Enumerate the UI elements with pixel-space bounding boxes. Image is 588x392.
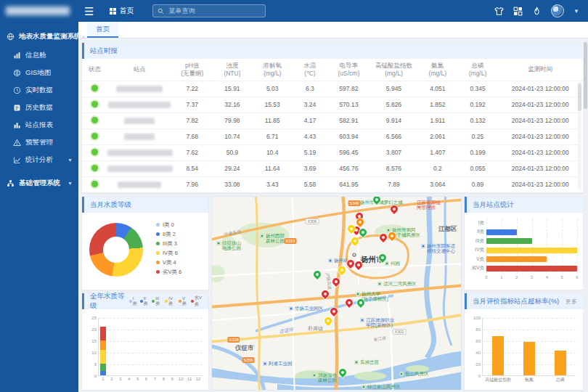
col-header: 溶解氧(mg/L) [253,59,293,81]
flame-icon[interactable] [532,7,542,16]
cell-value: 7.89 [370,176,418,192]
legend-item[interactable]: III类 [152,296,163,307]
map-label: 江苏省邵仙闸管理所 [417,200,441,211]
legend-item[interactable]: 劣V类 [191,295,205,308]
hbar-bar[interactable] [486,256,547,262]
cell-value: 0.132 [457,113,497,128]
page-scrollbar[interactable] [583,22,588,392]
overlimit-bar[interactable] [523,342,535,375]
map-label: 朴席镇 [308,326,323,332]
grade-donut-chart[interactable] [89,223,143,277]
sidebar-item-gis-map[interactable]: GIS地图 [0,64,78,81]
poi-icon [421,244,425,248]
search-input[interactable] [167,7,254,15]
menu-search[interactable] [152,4,266,17]
legend-item[interactable]: V类 [179,296,189,307]
legend-swatch [156,223,160,226]
stack-segment[interactable] [100,364,106,371]
legend-item[interactable]: 劣V类 6 [156,267,181,277]
cell-value: 0.055 [457,160,497,176]
overlimit-bar[interactable] [555,351,566,375]
sidebar-item-station-report[interactable]: 站点报表 [0,116,78,134]
table-row[interactable]: 7.9633.083.435.58641.957.893.0640.892024… [82,176,583,192]
hbar-bar[interactable] [486,238,532,244]
legend-item[interactable]: I类 0 [156,220,181,229]
hamburger-menu-icon[interactable]: ☰ [84,6,94,17]
stack-segment[interactable] [100,327,106,340]
legend-swatch [156,251,160,255]
overlimit-bar-chart[interactable]: 020406080100高锰酸盐指数氨氮总磷 [482,318,576,376]
sidebar-item-base-management[interactable]: 基础管理系统 ▼ [0,174,78,192]
cell-value: 7.68 [172,128,212,144]
month-grade-panel: 当月水质等级 I类 0II类 2III类 3IV类 6V类 4劣V类 6 [81,196,209,290]
annual-stacked-chart[interactable]: 0510152025123456789101112 [98,318,203,376]
gis-map[interactable]: 扬州市江都区仪征市扬州西部森林公园仪征捺山地质公园扬州华侨城梦幻之城扬州市蜀冈唐… [211,196,462,391]
table-row[interactable]: 7.6250.910.45.19596.453.8071.4070.199202… [82,144,583,160]
app-logo [0,0,78,22]
sidebar-item-info-cabin[interactable]: 信息舱 [0,46,78,64]
theme-skin-icon[interactable] [494,7,504,16]
map-label: 瓜洲古渡 [354,359,379,364]
nav-home[interactable]: 首页 [110,6,134,16]
map-label: 扬州东部客运枢纽交通中心 [421,243,455,254]
table-row[interactable]: 7.2215.915.036.3597.825.9454.0510.345202… [82,81,583,97]
table-row[interactable]: 7.6810.746.714.43603.946.5662.0610.25202… [82,128,583,144]
legend-item[interactable]: III类 3 [156,239,181,248]
panel-title-annual-grade: 全年水质等级 I类II类III类IV类V类劣V类 [82,293,208,309]
legend-item[interactable]: II类 2 [156,229,181,239]
sidebar-item-realtime-data[interactable]: 实时数据 [0,81,78,99]
poi-icon [216,241,221,245]
table-scrollbar[interactable] [578,82,581,189]
sidebar-item-alert-management[interactable]: 预警管理 [0,134,78,151]
road-badge: S356 [242,357,255,363]
table-row[interactable]: 8.5429.2411.643.69456.768.5760.20.055202… [82,160,583,176]
station-stat-hbar-chart[interactable]: 0123456I类II类III类IV类V类劣V类 [469,219,577,279]
layout-panels-icon[interactable] [513,7,523,16]
hbar-bar[interactable] [486,248,577,253]
cell-value: 6.566 [370,128,418,144]
legend-item[interactable]: IV类 6 [156,248,181,258]
map-label: 仪征捺山地质公园 [216,240,241,251]
hbar-bar[interactable] [486,229,517,235]
stack-segment[interactable] [100,371,106,375]
cell-value: 641.95 [327,176,370,192]
poi-icon [356,292,360,296]
tab-home[interactable]: 首页 [87,22,118,38]
stack-segment[interactable] [100,350,106,364]
cell-value: 0.345 [457,81,497,97]
table-row[interactable]: 7.3732.1615.533.24570.135.8261.8520.1922… [82,97,583,113]
overlimit-bar[interactable] [492,336,504,375]
sidebar-root-system[interactable]: 地表水质量监测系统 ▲ [0,28,78,45]
user-menu-chevron-down-icon[interactable]: ▼ [573,8,579,15]
table-row[interactable]: 7.8279.9811.854.17582.919.9141.9110.1322… [82,113,583,128]
grid-icon [110,8,116,15]
col-header: 水温(℃) [293,59,327,81]
cell-value: 10.74 [212,128,252,144]
panel-title-station-stat: 当月站点统计 [465,197,583,213]
cell-value: 3.24 [293,97,327,113]
legend-item[interactable]: IV类 [165,296,176,307]
cell-value: 5.19 [293,144,327,160]
legend-item[interactable]: I类 [129,296,138,307]
poi-icon [354,360,359,364]
legend-item[interactable]: II类 [140,296,150,307]
cell-time: 2024-01-23 12:00:00 [498,128,583,144]
cell-value: 5.58 [293,176,327,192]
col-header: 电导率(uS/cm) [327,59,370,81]
sidebar-item-statistics[interactable]: 统计分析 ▼ [0,151,78,168]
hbar-bar[interactable] [486,266,577,271]
overlimit-category: 氨氮 [525,377,534,383]
sidebar-item-history-data[interactable]: 历史数据 [0,99,78,116]
map-label: 扬州站 [328,258,348,263]
cell-value: 15.53 [253,97,293,113]
cell-value: 7.96 [172,176,212,192]
expand-chevron-icon: ▼ [68,181,73,186]
user-avatar[interactable] [551,4,564,17]
legend-item[interactable]: V类 4 [156,258,181,267]
cell-time: 2024-01-23 12:00:00 [498,113,583,128]
stack-segment[interactable] [100,340,106,350]
cell-value: 7.82 [172,113,212,128]
overlimit-more-link[interactable]: 更多 [565,298,577,306]
cell-value: 582.91 [327,113,370,128]
map-label: 润扬湿地森林公园 [312,372,337,383]
